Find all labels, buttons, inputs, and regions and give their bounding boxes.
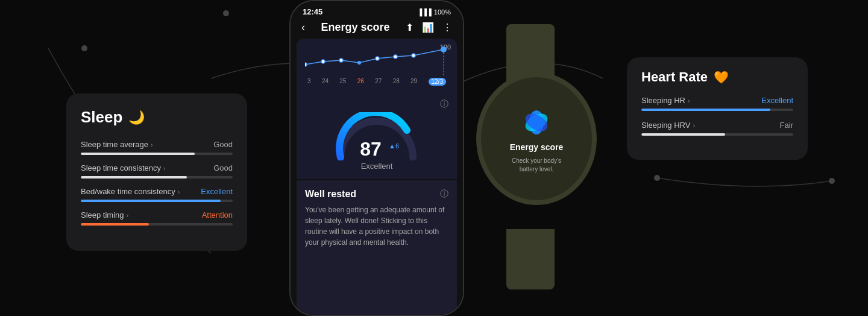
chart-date-4: 27 xyxy=(375,78,382,86)
svg-point-4 xyxy=(305,63,307,66)
progress-fill-1 xyxy=(81,176,187,179)
metric-label-1[interactable]: Sleep time consistency › xyxy=(81,163,166,172)
hr-chevron-0: › xyxy=(688,97,690,104)
watch-container: Energy score Check your body's battery l… xyxy=(470,24,603,289)
hr-progress-bar-0 xyxy=(641,109,793,111)
progress-fill-3 xyxy=(81,223,149,226)
chart-date-5: 28 xyxy=(393,78,400,86)
status-time: 12:45 xyxy=(303,7,322,16)
svg-point-10 xyxy=(412,54,415,57)
progress-bar-3 xyxy=(81,223,233,226)
phone-nav-title: Energy score xyxy=(321,21,389,34)
svg-point-3 xyxy=(829,178,835,184)
sleep-card: Sleep 🌙 Sleep time average › Good Sleep … xyxy=(66,93,247,251)
hr-metric-row-0: Sleeping HR › Excellent xyxy=(641,96,793,111)
nav-action-icons: ⬆ 📊 ⋮ xyxy=(406,22,452,33)
metric-value-2: Excellent xyxy=(201,187,233,196)
watch-energy-title: Energy score xyxy=(510,142,564,152)
chart-svg xyxy=(305,43,457,77)
progress-fill-0 xyxy=(81,153,195,155)
svg-point-5 xyxy=(321,60,325,63)
phone-frame: 12:45 ▐▐▐ 100% ‹ Energy score ⬆ 📊 ⋮ 100 xyxy=(289,0,464,316)
progress-bar-2 xyxy=(81,200,233,202)
hr-value-1: Fair xyxy=(780,121,793,130)
status-icons: ▐▐▐ 100% xyxy=(417,8,451,16)
svg-text:▲6: ▲6 xyxy=(389,142,399,150)
info-icon-well[interactable]: ⓘ xyxy=(440,189,448,200)
hr-progress-bar-1 xyxy=(641,133,793,136)
watch-energy-sub: Check your body's battery level. xyxy=(512,157,561,174)
progress-bar-0 xyxy=(81,153,233,155)
hr-title: Heart Rate xyxy=(641,69,708,85)
progress-fill-2 xyxy=(81,200,221,202)
chart-date-1: 24 xyxy=(322,78,329,86)
metric-row-2: Bed/wake time consistency › Excellent xyxy=(81,187,233,202)
svg-point-6 xyxy=(339,58,343,62)
score-arc-svg: 87 ▲6 xyxy=(335,112,419,160)
chevron-icon-1: › xyxy=(163,165,166,172)
hr-chevron-1: › xyxy=(693,122,695,129)
watch-body: Energy score Check your body's battery l… xyxy=(476,72,597,205)
metric-label-3[interactable]: Sleep timing › xyxy=(81,210,128,220)
chart-icon[interactable]: 📊 xyxy=(422,22,434,33)
info-icon-score[interactable]: ⓘ xyxy=(440,99,448,110)
metric-row-1: Sleep time consistency › Good xyxy=(81,163,233,179)
chart-date-6: 29 xyxy=(410,78,417,86)
svg-text:87: 87 xyxy=(360,138,382,160)
svg-point-9 xyxy=(394,55,397,58)
phone-screen: 12:45 ▐▐▐ 100% ‹ Energy score ⬆ 📊 ⋮ 100 xyxy=(291,1,463,315)
hr-title-row: Heart Rate 🧡 xyxy=(641,69,793,85)
metric-value-1: Good xyxy=(213,163,233,172)
hr-progress-fill-1 xyxy=(641,133,725,136)
score-label: Excellent xyxy=(361,162,393,171)
well-rested-body: You've been getting an adequate amount o… xyxy=(305,204,448,248)
heart-icon: 🧡 xyxy=(714,70,729,84)
phone-mockup: 12:45 ▐▐▐ 100% ‹ Energy score ⬆ 📊 ⋮ 100 xyxy=(289,0,464,316)
hr-metric-row-1: Sleeping HRV › Fair xyxy=(641,121,793,136)
signal-icon: ▐▐▐ xyxy=(417,8,431,16)
metric-value-3: Attention xyxy=(202,210,233,220)
svg-point-7 xyxy=(357,61,361,65)
more-icon[interactable]: ⋮ xyxy=(442,22,452,33)
chart-date-2: 25 xyxy=(339,78,346,86)
chevron-icon-3: › xyxy=(127,212,129,219)
battery-icon: 100% xyxy=(434,8,451,16)
metric-row-3: Sleep timing › Attention xyxy=(81,210,233,226)
chart-date-0: 3 xyxy=(307,78,311,86)
hr-progress-fill-0 xyxy=(641,109,770,111)
chart-area: 100 3 24 xyxy=(297,39,457,93)
progress-bar-1 xyxy=(81,176,233,179)
watch-screen-content: Energy score Check your body's battery l… xyxy=(510,104,564,174)
hr-label-1[interactable]: Sleeping HRV › xyxy=(641,121,695,130)
chart-date-3: 26 xyxy=(357,78,364,86)
chart-dates: 3 24 25 26 27 28 29 12/3 xyxy=(305,78,448,86)
well-rested-section: Well rested ⓘ You've been getting an ade… xyxy=(297,180,457,315)
metric-row-0: Sleep time average › Good xyxy=(81,140,233,155)
metric-label-0[interactable]: Sleep time average › xyxy=(81,140,153,149)
sleep-title-row: Sleep 🌙 xyxy=(81,108,233,127)
status-bar: 12:45 ▐▐▐ 100% xyxy=(291,1,463,19)
metric-value-0: Good xyxy=(213,140,233,149)
share-icon[interactable]: ⬆ xyxy=(406,22,414,33)
back-icon[interactable]: ‹ xyxy=(301,21,305,34)
moon-icon: 🌙 xyxy=(128,110,145,125)
chevron-icon-2: › xyxy=(178,188,180,195)
svg-point-2 xyxy=(654,175,660,181)
hr-label-0[interactable]: Sleeping HR › xyxy=(641,96,690,105)
health-icon xyxy=(518,104,555,137)
svg-point-0 xyxy=(81,45,87,51)
svg-point-1 xyxy=(223,10,229,16)
watch-band-bottom xyxy=(506,229,555,289)
phone-nav: ‹ Energy score ⬆ 📊 ⋮ xyxy=(291,19,463,39)
svg-point-8 xyxy=(376,57,379,60)
metric-label-2[interactable]: Bed/wake time consistency › xyxy=(81,187,180,196)
score-circle-area: ⓘ 87 ▲6 Exce xyxy=(297,93,457,179)
heart-rate-card: Heart Rate 🧡 Sleeping HR › Excellent Sle… xyxy=(627,57,808,160)
chevron-icon-0: › xyxy=(151,141,153,148)
hr-value-0: Excellent xyxy=(761,96,793,105)
chart-date-active[interactable]: 12/3 xyxy=(429,78,446,86)
sleep-title: Sleep xyxy=(81,108,122,127)
well-rested-title: Well rested xyxy=(305,189,356,200)
